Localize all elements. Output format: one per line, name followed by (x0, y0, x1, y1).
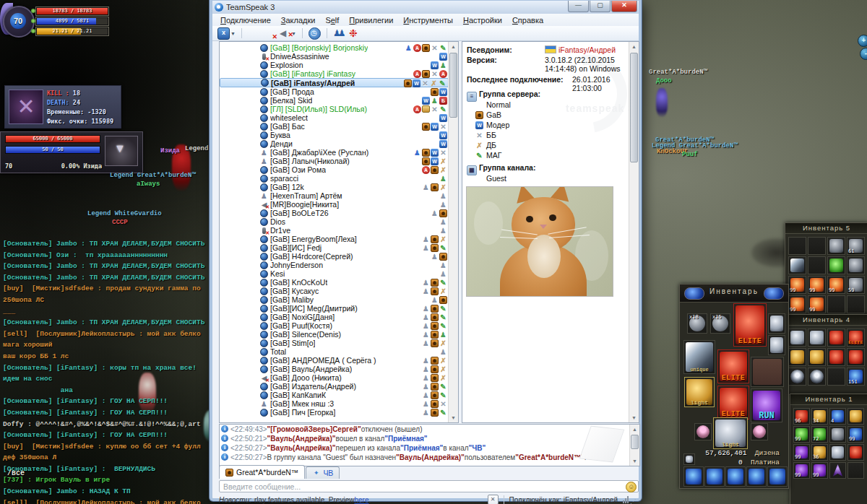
item-slot[interactable] (827, 237, 845, 255)
mic-activation-button[interactable] (246, 27, 260, 40)
user-row[interactable]: [GaB] Бас☻W✕ (220, 122, 449, 131)
user-row[interactable]: ♟[GaB] Мкек няш :3♟☻✕ (220, 399, 449, 408)
item-slot[interactable]: 99 (811, 462, 828, 479)
user-row[interactable]: [GaB] 12k♟☻✗ (220, 183, 449, 191)
tab-ЧВ[interactable]: ✦ЧВ (306, 466, 340, 479)
user-row[interactable]: ♟[GaB] Джабар\iХее (Руслан)♟☻W✕ (220, 148, 449, 157)
away-button[interactable]: ❉ (348, 27, 361, 40)
item-slot[interactable] (808, 329, 826, 347)
scrollbar-thumb[interactable] (631, 435, 639, 449)
item-ring[interactable] (751, 423, 768, 440)
user-row[interactable]: [GaB] NoxiG[Даня]♟☻✎ (220, 313, 449, 321)
user-row[interactable]: [ГЛ] [SLD(Илья)] SLD(Илья)A✕✎ (220, 105, 449, 113)
item-slot[interactable] (829, 426, 846, 443)
item-slot[interactable]: 99 (788, 295, 806, 313)
scroll-down-icon[interactable]: ▼ (630, 456, 639, 466)
empty-slot[interactable] (808, 256, 826, 274)
user-row[interactable]: Dr1ve♟ (220, 226, 449, 235)
item-slot[interactable]: 4 (829, 408, 846, 425)
item-slot[interactable] (788, 256, 806, 274)
empty-slot[interactable] (827, 368, 845, 386)
user-row[interactable]: [GaB] H4rdcore(Сергей)♟☻ (220, 252, 449, 261)
close-button[interactable]: ✕ (611, 1, 637, 12)
item-elite-armor[interactable]: ELITE (717, 349, 749, 383)
info-scrollbar[interactable]: ▲ ▼ (629, 42, 639, 422)
item-slot[interactable] (829, 444, 846, 461)
item-light-gloves[interactable]: light (684, 377, 715, 407)
item-slot[interactable]: 151 (847, 368, 865, 386)
item-slot[interactable]: 99 (808, 295, 826, 313)
tree-scrollbar[interactable]: ▲ ▼ (448, 42, 458, 422)
nickname-value[interactable]: iFantasy/Андрей (545, 45, 634, 54)
user-row[interactable]: [GaB] KnOcKoUt♟☻✎ (220, 278, 449, 287)
item-slot[interactable]: ELITE (847, 329, 865, 347)
main-inventory-window[interactable]: Инвентарь x18 x15 ELITE unique ELITE lig… (679, 284, 789, 489)
item-slot[interactable]: 99 (788, 276, 806, 294)
game-chat-input[interactable]: /все (7, 469, 25, 477)
item-slot[interactable]: 72 (811, 426, 828, 443)
mute-speakers-button[interactable]: ◀▼ (278, 27, 298, 40)
user-row[interactable]: JohnyEnderson♟ (220, 261, 449, 269)
item-slot[interactable]: 99 (808, 276, 826, 294)
emoticon-icon[interactable]: ☺ (626, 482, 637, 492)
user-row[interactable]: [GaB] Maliby♟☻ (220, 295, 449, 304)
item-slot[interactable]: 96 (793, 408, 810, 425)
menu-справка[interactable]: Справка (507, 15, 548, 25)
map-zoom-out-button[interactable]: - (860, 48, 867, 60)
maximize-button[interactable]: ▢ (590, 1, 611, 12)
scrollbar-thumb[interactable] (449, 53, 457, 118)
contacts-chat-button[interactable] (307, 27, 322, 40)
user-row[interactable]: [GaB] Издатель(Андрей)♟☻✎ (220, 382, 449, 391)
menu-привилегии[interactable]: Привилегии (344, 15, 398, 25)
user-row[interactable]: [GaB] Silence(Denis)♟☻♟ (220, 330, 449, 339)
user-row[interactable]: [GaB] Пич [Егорка]♟☻✎ (220, 408, 449, 417)
user-row[interactable]: [GaB] АНДРОМЕДА ( Серёга )♟☻✗ (220, 356, 449, 365)
user-row[interactable]: [GaB] iFantasy/Андрей☻W✕✗✎ (220, 78, 449, 87)
item-slot[interactable]: 99 (827, 276, 845, 294)
user-row[interactable]: [GaB] Puuf(Костя)♟☻✎ (220, 321, 449, 330)
item-slot[interactable]: 99 (847, 426, 864, 443)
user-row[interactable]: ♟[GaB] Лапыч(Николай)☻W✗ (220, 157, 449, 165)
inventory-4-window[interactable]: Инвентарь 4 ELITE151 (785, 314, 867, 395)
item-slot[interactable]: 99 (793, 426, 810, 443)
item-slot[interactable]: 36 (811, 444, 828, 461)
user-row[interactable]: [GaB] BoOLeT26♟☻ (220, 209, 449, 217)
empty-slot[interactable] (847, 295, 865, 313)
empty-slot[interactable] (847, 462, 864, 479)
item-slot[interactable] (788, 368, 806, 386)
scroll-down-icon[interactable]: ▼ (629, 413, 639, 422)
user-row[interactable]: [GaB] EnergyBoom[Леха]♟☻✗ (220, 235, 449, 243)
user-row[interactable]: Total♟ (220, 347, 449, 356)
item-slot[interactable] (788, 348, 806, 366)
menu-закладки[interactable]: Закладки (276, 15, 321, 25)
item-slot[interactable]: 61 (847, 237, 865, 255)
menu-подключение[interactable]: Подключение (215, 15, 276, 25)
minimize-button[interactable]: — (568, 1, 589, 12)
scroll-up-icon[interactable]: ▲ (449, 42, 458, 51)
scroll-up-icon[interactable]: ▲ (630, 425, 639, 434)
user-row[interactable]: ExplosionW♟ (220, 61, 449, 69)
item-light-boots[interactable]: light (713, 417, 748, 449)
item-slot[interactable] (788, 329, 806, 347)
user-row[interactable]: [GaB][ИС] Meg(Дмитрий)♟☻✎ (220, 304, 449, 313)
inventory-1-window[interactable]: Инвентарь 1 9634499729999369999 (790, 394, 867, 504)
news-close-icon[interactable]: ✕ (488, 495, 499, 504)
user-row[interactable]: ДендиW (220, 139, 449, 148)
chat-scrollbar[interactable]: ▲ ▼ (629, 425, 639, 466)
title-bar[interactable]: TeamSpeak 3 — ▢ ✕ (212, 1, 639, 14)
user-row[interactable]: ◀[MR]Boogie[Никита]♟ (220, 200, 449, 209)
item-slot[interactable]: 34 (811, 408, 828, 425)
mute-microphone-button[interactable] (262, 27, 276, 40)
item-slot[interactable] (847, 348, 865, 366)
user-row[interactable]: [Белка] SkidW♟Б (220, 96, 449, 105)
user-row[interactable]: ♟[HexenTraum] Артём♟ (220, 191, 449, 200)
item-slot[interactable] (847, 256, 865, 274)
user-row[interactable]: [GaB] Вауль(Андрейка)♟☻✗ (220, 365, 449, 373)
chat-log[interactable]: i<22:49:43> "[ГромовойЗверь]Сергей" откл… (219, 424, 640, 466)
user-row[interactable]: DniweAssasiniweW (220, 52, 449, 61)
resize-grip[interactable]: ⋰ (630, 498, 636, 504)
item-orb[interactable]: x18 (687, 313, 707, 334)
scroll-down-icon[interactable]: ▼ (449, 413, 458, 422)
user-row[interactable]: [GaB] [Borjonskiy] Borjonskiy♟A☻✕✎ (220, 43, 449, 52)
message-input[interactable] (219, 480, 639, 492)
